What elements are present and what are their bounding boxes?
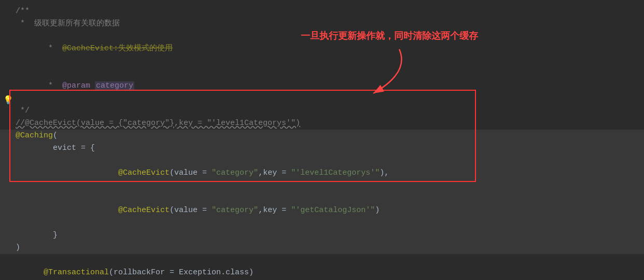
caching-paren: (: [53, 131, 58, 140]
value-str-2: "category": [212, 206, 258, 215]
code-line-10: @CacheEvict(value = "category",key = "'g…: [0, 192, 644, 229]
code-line-6: //@CacheEvict(value = {"category"},key =…: [0, 117, 644, 130]
code-line-4: * @param category: [0, 67, 644, 105]
transactional-params: (rollbackFor =: [109, 268, 179, 277]
evict-keyword: evict = {: [16, 144, 95, 152]
code-line-9: @CacheEvict(value = "category",key = "'l…: [0, 155, 644, 192]
key-str-2: "'getCatalogJson'": [291, 206, 375, 215]
transactional-annotation: @Transactional: [44, 268, 109, 277]
key-str-1: "'level1Categorys'": [291, 169, 380, 177]
comment-text: * 级联更新所有关联的数据: [16, 19, 120, 28]
code-line-7: @Caching(: [0, 130, 644, 142]
paren-open: (: [170, 169, 174, 177]
cache-evict-2-annotation: @CacheEvict: [118, 206, 170, 215]
code-line-13: @Transactional(rollbackFor = Exception.c…: [0, 254, 644, 280]
code-line-12: ): [0, 242, 644, 254]
code-line-5: */: [0, 105, 644, 117]
exception-class: Exception: [179, 268, 221, 277]
comma-key2: ,key =: [258, 206, 291, 215]
caching-annotation: @Caching: [16, 131, 53, 140]
value-key2: value =: [174, 206, 212, 215]
caching-close-paren: ): [16, 243, 20, 252]
cache-evict-comment: @CacheEvict:失效模式的使用: [62, 44, 173, 53]
code-line-11: }: [0, 229, 644, 242]
indent: [44, 206, 118, 215]
space: [90, 81, 95, 90]
commented-cache-evict: //@CacheEvict(value = {"category"},key =…: [16, 119, 300, 128]
cache-evict-1-annotation: @CacheEvict: [118, 169, 170, 177]
class-suffix: .class): [221, 268, 254, 277]
annotation-bubble: 一旦执行更新操作就，同时清除这两个缓存: [301, 29, 478, 44]
comment-text: */: [16, 106, 30, 115]
paren-close: ),: [380, 169, 389, 177]
annotation-arrow: [358, 47, 420, 99]
paren-close2: ): [375, 206, 380, 215]
code-editor: 一旦执行更新操作就，同时清除这两个缓存 💡 /** * 级联更新所有关联的数据 …: [0, 0, 644, 280]
code-line-1: /**: [0, 5, 644, 18]
value-str: "category": [212, 169, 258, 177]
comma-key: ,key =: [258, 169, 291, 177]
code-line-8: evict = {: [0, 142, 644, 155]
paren-open: (: [170, 206, 174, 215]
comment-text: /**: [16, 7, 30, 16]
indent: [44, 169, 118, 177]
comment-prefix: *: [44, 44, 62, 53]
comment-prefix: *: [44, 81, 62, 90]
value-key: value =: [174, 169, 212, 177]
param-tag: @param: [62, 81, 90, 90]
param-name: category: [95, 81, 134, 90]
evict-close-brace: }: [16, 231, 58, 240]
